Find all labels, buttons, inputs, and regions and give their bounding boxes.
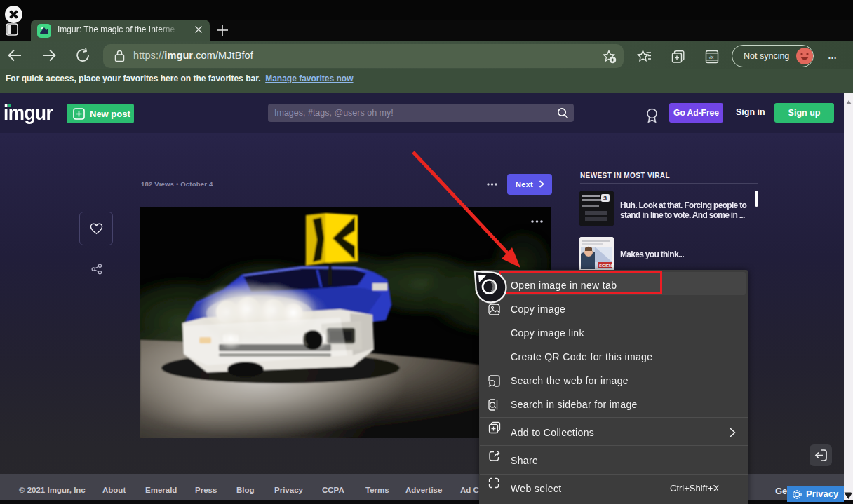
svg-text:SCIENCE: SCIENCE [599, 264, 614, 268]
svg-text:3: 3 [603, 195, 607, 202]
svg-text:√x: √x [708, 55, 714, 60]
